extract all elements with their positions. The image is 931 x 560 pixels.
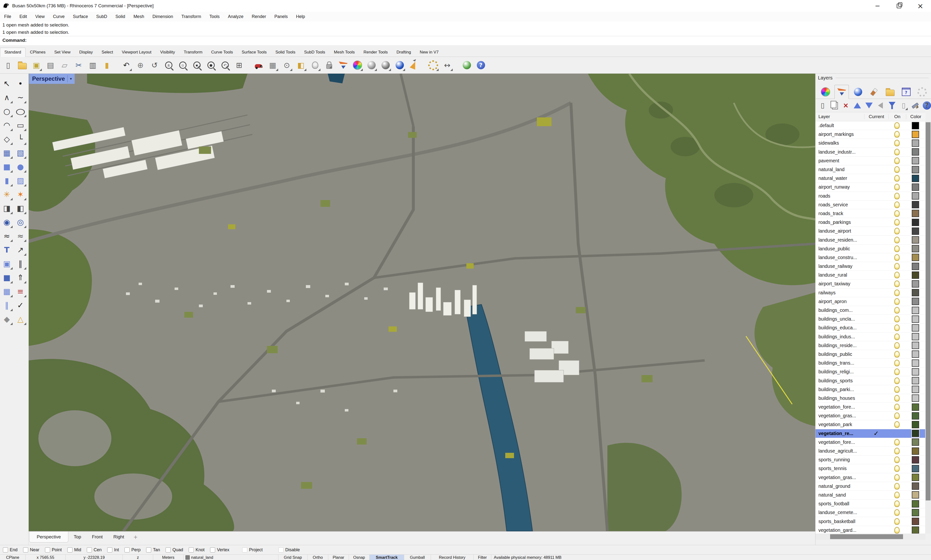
layer-color-swatch[interactable] (912, 474, 919, 481)
layer-on-bulb-icon[interactable] (894, 254, 900, 261)
align-icon[interactable]: ≡ (14, 285, 26, 297)
layers-panel-tab[interactable] (834, 85, 849, 99)
mirror-icon[interactable]: ∥ (14, 258, 26, 270)
osnap-perp[interactable]: Perp (125, 548, 140, 552)
car-icon[interactable] (253, 59, 264, 71)
layer-color-swatch[interactable] (912, 228, 919, 235)
surface-icon[interactable]: ▦ (1, 147, 13, 159)
osnap-int[interactable]: Int (107, 548, 119, 552)
libraries-panel-tab[interactable] (883, 85, 897, 99)
layer-color-swatch[interactable] (912, 131, 919, 138)
checkbox-icon[interactable] (87, 548, 92, 552)
layer-row[interactable]: buildings_public (816, 350, 925, 359)
layer-color-swatch[interactable] (912, 271, 919, 279)
layer-row[interactable]: buildings_reside... (816, 341, 925, 350)
vertical-scrollbar-thumb[interactable] (926, 122, 931, 500)
layer-color-swatch[interactable] (912, 368, 919, 375)
layer-on-bulb-icon[interactable] (894, 518, 900, 525)
layer-name-label[interactable]: roads_track (816, 211, 864, 216)
menu-view[interactable]: View (31, 12, 49, 22)
layer-on-bulb-icon[interactable] (894, 280, 900, 287)
polyline-icon[interactable]: ∧ (1, 91, 13, 103)
layer-on-bulb-icon[interactable] (894, 175, 900, 182)
layer-color-swatch[interactable] (912, 192, 919, 200)
layer-row[interactable]: vegetation_fore... (816, 438, 925, 447)
text-icon[interactable]: T (1, 244, 13, 256)
array-icon[interactable]: ▦ (1, 285, 13, 297)
checkbox-icon[interactable] (242, 548, 247, 552)
layer-row[interactable]: sports_running (816, 455, 925, 464)
z-coordinate[interactable]: z (123, 555, 153, 560)
layer-name-label[interactable]: landuse_constru... (816, 255, 864, 260)
layer-color-swatch[interactable] (912, 342, 919, 349)
layer-name-label[interactable]: sports_tennis (816, 466, 864, 471)
new-file-icon[interactable]: ▯ (2, 59, 14, 71)
move-layer-down-button[interactable] (865, 101, 873, 110)
osnap-mid[interactable]: Mid (67, 548, 81, 552)
checkbox-icon[interactable] (3, 548, 8, 552)
layer-row[interactable]: landuse_railway (816, 262, 925, 271)
layer-color-swatch[interactable] (912, 307, 919, 314)
restore-button[interactable] (888, 0, 909, 12)
zoom-selected-icon[interactable]: ▪ (191, 59, 203, 71)
grid-snap-toggle[interactable]: Grid Snap (279, 555, 308, 560)
minimize-button[interactable]: − (867, 0, 888, 12)
layer-name-label[interactable]: landuse_rural (816, 272, 864, 278)
layer-row[interactable]: roads_parkings (816, 218, 925, 227)
layer-color-swatch[interactable] (912, 219, 919, 226)
pan-icon[interactable]: ⊕ (135, 59, 146, 71)
layer-color-swatch[interactable] (912, 245, 919, 252)
layer-row[interactable]: vegetation_gras... (816, 411, 925, 420)
layer-color-swatch[interactable] (912, 438, 919, 446)
layer-name-label[interactable]: vegetation_park (816, 422, 864, 427)
tab-solid-tools[interactable]: Solid Tools (271, 48, 300, 57)
curve-icon[interactable]: ~ (14, 91, 26, 103)
help-icon[interactable]: ? (475, 59, 486, 71)
orient-icon[interactable]: ∥ (1, 299, 13, 311)
layer-color-swatch[interactable] (912, 122, 919, 129)
print-icon[interactable]: ▤ (45, 59, 56, 71)
tab-surface-tools[interactable]: Surface Tools (237, 48, 271, 57)
osnap-near[interactable]: Near (23, 548, 39, 552)
memory-status[interactable]: Available physical memory: 48911 MB (491, 555, 618, 560)
layer-name-label[interactable]: landuse_airport (816, 228, 864, 234)
layer-on-bulb-icon[interactable] (894, 334, 900, 340)
checkbox-icon[interactable] (45, 548, 50, 552)
current-layer-check[interactable]: ✓ (864, 430, 888, 437)
hide-objects-icon[interactable] (309, 59, 321, 71)
trim-icon[interactable]: ◨ (1, 202, 13, 214)
layer-color-swatch[interactable] (912, 421, 919, 428)
layer-on-bulb-icon[interactable] (894, 228, 900, 234)
layer-on-bulb-icon[interactable] (894, 157, 900, 164)
settings-icon[interactable] (428, 59, 439, 71)
layer-color-swatch[interactable] (912, 140, 919, 147)
layer-color-swatch[interactable] (912, 166, 919, 173)
viewport-tab-front[interactable]: Front (86, 532, 108, 542)
rectangle-icon[interactable]: ▭ (14, 119, 26, 131)
layer-row[interactable]: airport_taxiway (816, 280, 925, 288)
layers-help-button[interactable]: ? (922, 101, 931, 110)
layer-on-bulb-icon[interactable] (894, 289, 900, 296)
layer-row[interactable]: buildings_religi... (816, 368, 925, 376)
cylinder-icon[interactable]: ▮ (1, 174, 13, 187)
boolean-diff-icon[interactable]: ◎ (14, 216, 26, 228)
layer-row[interactable]: roads_service (816, 200, 925, 209)
layer-name-label[interactable]: natural_sand (816, 492, 864, 498)
cplane-icon[interactable]: ▦ (267, 59, 279, 71)
layer-name-label[interactable]: landuse_public (816, 246, 864, 252)
menu-solid[interactable]: Solid (111, 12, 129, 22)
layer-row[interactable]: buildings_houses (816, 394, 925, 403)
layer-row[interactable]: airport_apron (816, 297, 925, 306)
layer-color-swatch[interactable] (912, 430, 919, 437)
layer-on-bulb-icon[interactable] (894, 404, 900, 410)
planar-toggle[interactable]: Planar (328, 555, 349, 560)
layer-row[interactable]: sports_tennis (816, 464, 925, 473)
osnap-disable[interactable]: Disable (279, 548, 300, 552)
layer-name-label[interactable]: buildings_sports (816, 378, 864, 383)
tab-select[interactable]: Select (97, 48, 117, 57)
check-icon[interactable]: ✓ (14, 299, 26, 311)
checkbox-icon[interactable] (210, 548, 215, 552)
osnap-tan[interactable]: Tan (146, 548, 160, 552)
layer-name-label[interactable]: buildings_com... (816, 308, 864, 313)
layer-color-swatch[interactable] (912, 351, 919, 358)
